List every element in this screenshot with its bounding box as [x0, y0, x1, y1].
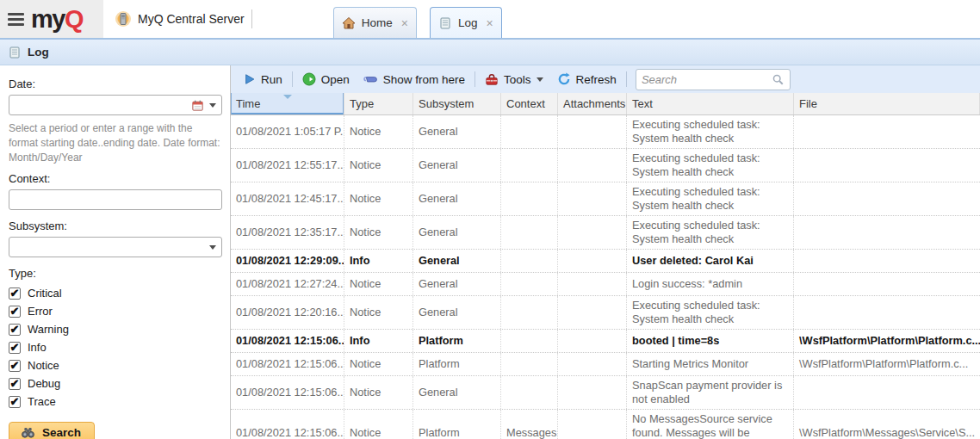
cell-time: 01/08/2021 12:55:17...	[231, 149, 344, 182]
subsystem-input[interactable]	[15, 241, 204, 254]
type-option-trace[interactable]: ✔Trace	[9, 393, 221, 411]
chevron-down-icon[interactable]	[209, 245, 216, 250]
run-button[interactable]: Run	[237, 71, 289, 89]
log-row[interactable]: 01/08/2021 12:15:06...NoticeGeneralSnapS…	[231, 376, 980, 410]
type-option-info[interactable]: ✔Info	[9, 338, 221, 356]
cell-text: Executing scheduled task: System health …	[627, 296, 794, 329]
search-icon[interactable]	[772, 73, 785, 86]
date-picker[interactable]	[9, 95, 222, 115]
column-header-type[interactable]: Type	[344, 93, 413, 114]
show-from-here-button[interactable]: Show from here	[357, 71, 472, 89]
checkbox-checked-icon[interactable]: ✔	[9, 342, 21, 354]
subsystem-select[interactable]	[9, 237, 222, 257]
refresh-button[interactable]: Refresh	[550, 70, 623, 89]
cell-subsystem: Platform	[413, 410, 501, 439]
close-icon[interactable]: ×	[401, 17, 408, 29]
cell-type: Notice	[344, 182, 413, 215]
log-search-input[interactable]	[642, 73, 772, 86]
close-icon[interactable]: ×	[486, 17, 493, 29]
type-option-label: Trace	[28, 395, 56, 408]
type-filter-list: ✔Critical✔Error✔Warning✔Info✔Notice✔Debu…	[9, 284, 221, 411]
log-row[interactable]: 01/08/2021 12:15:06...NoticePlatformStar…	[231, 353, 980, 376]
column-header-file[interactable]: File	[794, 93, 980, 114]
cell-text: Executing scheduled task: System health …	[627, 182, 794, 215]
tab-log[interactable]: Log ×	[430, 7, 502, 38]
cell-subsystem: General	[413, 115, 501, 148]
type-option-critical[interactable]: ✔Critical	[9, 284, 221, 302]
log-row[interactable]: 01/08/2021 12:15:06...NoticePlatformMess…	[231, 410, 980, 439]
checkbox-checked-icon[interactable]: ✔	[9, 360, 21, 372]
column-label: Type	[350, 97, 374, 110]
cell-file	[794, 182, 980, 215]
cell-context	[501, 250, 558, 272]
tools-button[interactable]: Tools	[478, 71, 550, 89]
cell-text: SnapScan payment provider is not enabled	[627, 376, 794, 409]
subsystem-label: Subsystem:	[9, 220, 221, 232]
log-row[interactable]: 01/08/2021 1:05:17 P...NoticeGeneralExec…	[231, 115, 980, 149]
log-icon	[438, 16, 452, 30]
type-option-notice[interactable]: ✔Notice	[9, 356, 221, 374]
binoculars-icon	[21, 426, 35, 439]
type-option-warning[interactable]: ✔Warning	[9, 320, 221, 338]
log-row[interactable]: 01/08/2021 12:15:06...InfoPlatformbooted…	[231, 330, 980, 353]
cell-text: User deleted: Carol Kai	[627, 250, 794, 272]
date-input[interactable]	[15, 99, 186, 112]
cell-time: 01/08/2021 12:15:06...	[231, 410, 344, 439]
log-row[interactable]: 01/08/2021 12:55:17...NoticeGeneralExecu…	[231, 149, 980, 182]
checkbox-checked-icon[interactable]: ✔	[9, 306, 21, 318]
log-row[interactable]: 01/08/2021 12:29:09...InfoGeneralUser de…	[231, 250, 980, 273]
cell-context	[501, 273, 558, 295]
cell-context	[501, 353, 558, 375]
column-header-attachments[interactable]: Attachments	[558, 93, 627, 114]
type-option-label: Critical	[28, 287, 62, 300]
log-row[interactable]: 01/08/2021 12:35:17...NoticeGeneralExecu…	[231, 216, 980, 250]
log-row[interactable]: 01/08/2021 12:27:24...NoticeGeneralLogin…	[231, 273, 980, 296]
cell-subsystem: Platform	[413, 330, 501, 352]
log-row[interactable]: 01/08/2021 12:45:17...NoticeGeneralExecu…	[231, 182, 980, 216]
tools-button-label: Tools	[504, 73, 531, 86]
type-option-debug[interactable]: ✔Debug	[9, 374, 221, 393]
context-input[interactable]	[9, 189, 222, 210]
cell-file: \WsfPlatform\Platform\Platform.c...	[794, 353, 980, 375]
cell-attachments	[558, 353, 627, 375]
column-header-time[interactable]: Time	[231, 93, 344, 114]
checkbox-checked-icon[interactable]: ✔	[9, 324, 21, 336]
search-button[interactable]: Search	[9, 422, 95, 439]
type-option-error[interactable]: ✔Error	[9, 302, 221, 320]
cell-context	[501, 296, 558, 329]
open-button[interactable]: Open	[295, 70, 357, 89]
refresh-button-label: Refresh	[576, 73, 617, 86]
logo-block: myQ	[0, 0, 103, 38]
column-header-subsystem[interactable]: Subsystem	[413, 93, 501, 114]
cell-text: Executing scheduled task: System health …	[627, 115, 794, 148]
run-button-label: Run	[261, 73, 282, 86]
cell-type: Notice	[344, 115, 413, 148]
checkbox-checked-icon[interactable]: ✔	[9, 378, 21, 390]
cell-file	[794, 115, 980, 148]
column-header-text[interactable]: Text	[627, 93, 794, 114]
cell-time: 01/08/2021 1:05:17 P...	[231, 115, 344, 148]
column-header-context[interactable]: Context	[501, 93, 558, 114]
cell-attachments	[558, 376, 627, 409]
refresh-icon	[557, 72, 571, 86]
chevron-down-icon[interactable]	[209, 103, 216, 108]
cell-type: Notice	[344, 376, 413, 409]
log-row[interactable]: 01/08/2021 12:20:16...NoticeGeneralExecu…	[231, 296, 980, 330]
cell-attachments	[558, 216, 627, 249]
show-from-here-icon	[363, 73, 378, 85]
cell-subsystem: General	[413, 216, 501, 249]
tab-home[interactable]: Home ×	[333, 7, 417, 38]
cell-context	[501, 216, 558, 249]
hamburger-menu-icon[interactable]	[8, 13, 24, 26]
checkbox-checked-icon[interactable]: ✔	[9, 396, 21, 408]
show-from-here-label: Show from here	[383, 73, 465, 86]
toolbar-divider	[626, 71, 627, 87]
checkbox-checked-icon[interactable]: ✔	[9, 288, 21, 300]
type-option-label: Error	[28, 305, 53, 318]
cell-subsystem: General	[413, 250, 501, 272]
server-label: MyQ Central Server	[138, 12, 245, 26]
cell-type: Notice	[344, 410, 413, 439]
calendar-icon[interactable]	[191, 99, 204, 112]
page-title: Log	[28, 46, 49, 59]
log-search-box[interactable]	[636, 69, 791, 90]
